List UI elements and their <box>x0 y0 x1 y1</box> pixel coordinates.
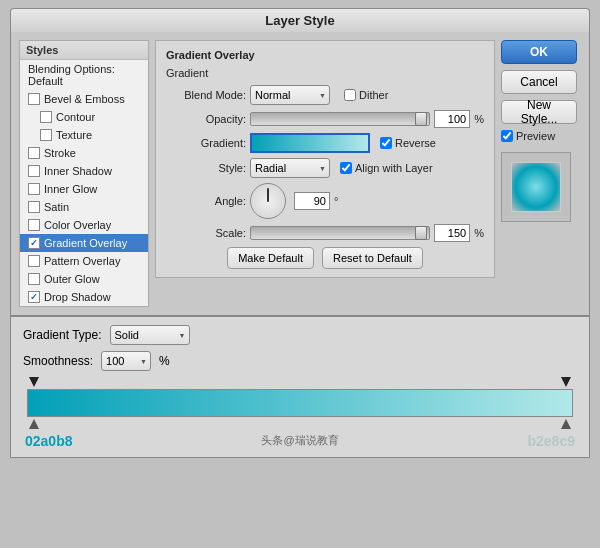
gradient-label: Gradient: <box>166 137 246 149</box>
satin-item[interactable]: Satin <box>20 198 148 216</box>
dither-checkbox[interactable] <box>344 89 356 101</box>
color-overlay-item[interactable]: Color Overlay <box>20 216 148 234</box>
scale-thumb[interactable] <box>415 226 427 240</box>
blend-mode-label: Blend Mode: <box>166 89 246 101</box>
reset-default-button[interactable]: Reset to Default <box>322 247 423 269</box>
satin-checkbox[interactable] <box>28 201 40 213</box>
action-buttons: Make Default Reset to Default <box>166 247 484 269</box>
section-sub-title: Gradient <box>166 67 484 79</box>
smoothness-unit: % <box>159 354 170 368</box>
styles-panel: Styles Blending Options: Default Bevel &… <box>19 40 149 307</box>
drop-shadow-item[interactable]: Drop Shadow <box>20 288 148 306</box>
gradient-bar[interactable] <box>27 389 573 417</box>
preview-box <box>501 152 571 222</box>
new-style-button[interactable]: New Style... <box>501 100 577 124</box>
smoothness-select[interactable]: 100 75 50 <box>101 351 151 371</box>
inner-shadow-item[interactable]: Inner Shadow <box>20 162 148 180</box>
gradient-overlay-checkbox[interactable] <box>28 237 40 249</box>
gradient-type-row: Gradient Type: Solid Noise <box>23 325 577 345</box>
right-color-label: b2e8c9 <box>528 433 575 449</box>
blend-mode-select-wrapper[interactable]: Normal Dissolve Multiply Screen <box>250 85 330 105</box>
scale-label: Scale: <box>166 227 246 239</box>
bevel-emboss-item[interactable]: Bevel & Emboss <box>20 90 148 108</box>
gradient-overlay-item[interactable]: Gradient Overlay <box>20 234 148 252</box>
right-panel: OK Cancel New Style... Preview <box>501 40 581 307</box>
drop-shadow-checkbox[interactable] <box>28 291 40 303</box>
outer-glow-item[interactable]: Outer Glow <box>20 270 148 288</box>
gradient-overlay-section: Gradient Overlay Gradient Blend Mode: No… <box>155 40 495 278</box>
angle-input[interactable] <box>294 192 330 210</box>
style-select-wrapper[interactable]: Linear Radial Angle Reflected Diamond <box>250 158 330 178</box>
bottom-stop-left[interactable] <box>29 419 39 429</box>
center-panel: Gradient Overlay Gradient Blend Mode: No… <box>155 40 495 307</box>
style-row: Style: Linear Radial Angle Reflected Dia… <box>166 158 484 178</box>
smoothness-select-wrapper[interactable]: 100 75 50 <box>101 351 151 371</box>
gradient-swatch[interactable] <box>250 133 370 153</box>
gradient-type-label: Gradient Type: <box>23 328 102 342</box>
inner-glow-checkbox[interactable] <box>28 183 40 195</box>
watermark: 头条@瑞说教育 <box>261 433 338 449</box>
style-select[interactable]: Linear Radial Angle Reflected Diamond <box>250 158 330 178</box>
scale-slider[interactable] <box>250 226 430 240</box>
window-title: Layer Style <box>10 8 590 32</box>
preview-inner <box>511 162 561 212</box>
opacity-thumb[interactable] <box>415 112 427 126</box>
opacity-input[interactable] <box>434 110 470 128</box>
pattern-overlay-checkbox[interactable] <box>28 255 40 267</box>
gradient-row: Gradient: Reverse <box>166 133 484 153</box>
stroke-item[interactable]: Stroke <box>20 144 148 162</box>
reverse-label[interactable]: Reverse <box>380 137 436 149</box>
texture-item[interactable]: Texture <box>20 126 148 144</box>
blending-options-item[interactable]: Blending Options: Default <box>20 60 148 90</box>
blend-mode-row: Blend Mode: Normal Dissolve Multiply Scr… <box>166 85 484 105</box>
gradient-bar-container <box>27 377 573 429</box>
dither-label[interactable]: Dither <box>344 89 388 101</box>
angle-dial[interactable] <box>250 183 286 219</box>
smoothness-label: Smoothness: <box>23 354 93 368</box>
preview-label[interactable]: Preview <box>501 130 581 142</box>
align-layer-checkbox[interactable] <box>340 162 352 174</box>
bottom-stop-right[interactable] <box>561 419 571 429</box>
stroke-checkbox[interactable] <box>28 147 40 159</box>
scale-input[interactable] <box>434 224 470 242</box>
ok-button[interactable]: OK <box>501 40 577 64</box>
cancel-button[interactable]: Cancel <box>501 70 577 94</box>
styles-header: Styles <box>20 41 148 60</box>
align-layer-label[interactable]: Align with Layer <box>340 162 433 174</box>
preview-checkbox[interactable] <box>501 130 513 142</box>
texture-checkbox[interactable] <box>40 129 52 141</box>
smoothness-row: Smoothness: 100 75 50 % <box>23 351 577 371</box>
reverse-checkbox[interactable] <box>380 137 392 149</box>
opacity-row: Opacity: % <box>166 110 484 128</box>
contour-checkbox[interactable] <box>40 111 52 123</box>
contour-item[interactable]: Contour <box>20 108 148 126</box>
top-stop-right[interactable] <box>561 377 571 387</box>
scale-row: Scale: % <box>166 224 484 242</box>
angle-row: Angle: ° <box>166 183 484 219</box>
style-label: Style: <box>166 162 246 174</box>
make-default-button[interactable]: Make Default <box>227 247 314 269</box>
color-overlay-checkbox[interactable] <box>28 219 40 231</box>
bottom-stop-markers <box>27 419 573 429</box>
top-stop-left[interactable] <box>29 377 39 387</box>
top-stop-markers <box>27 377 573 387</box>
blend-mode-select[interactable]: Normal Dissolve Multiply Screen <box>250 85 330 105</box>
opacity-unit: % <box>474 113 484 125</box>
gradient-editor: Gradient Type: Solid Noise Smoothness: 1… <box>10 316 590 458</box>
inner-shadow-checkbox[interactable] <box>28 165 40 177</box>
outer-glow-checkbox[interactable] <box>28 273 40 285</box>
gradient-type-select[interactable]: Solid Noise <box>110 325 190 345</box>
scale-unit: % <box>474 227 484 239</box>
pattern-overlay-item[interactable]: Pattern Overlay <box>20 252 148 270</box>
gradient-type-select-wrapper[interactable]: Solid Noise <box>110 325 190 345</box>
angle-label: Angle: <box>166 195 246 207</box>
inner-glow-item[interactable]: Inner Glow <box>20 180 148 198</box>
bevel-emboss-checkbox[interactable] <box>28 93 40 105</box>
opacity-slider[interactable] <box>250 112 430 126</box>
opacity-label: Opacity: <box>166 113 246 125</box>
angle-unit: ° <box>334 195 338 207</box>
left-color-label: 02a0b8 <box>25 433 72 449</box>
section-main-title: Gradient Overlay <box>166 49 484 61</box>
main-dialog: Styles Blending Options: Default Bevel &… <box>10 32 590 316</box>
